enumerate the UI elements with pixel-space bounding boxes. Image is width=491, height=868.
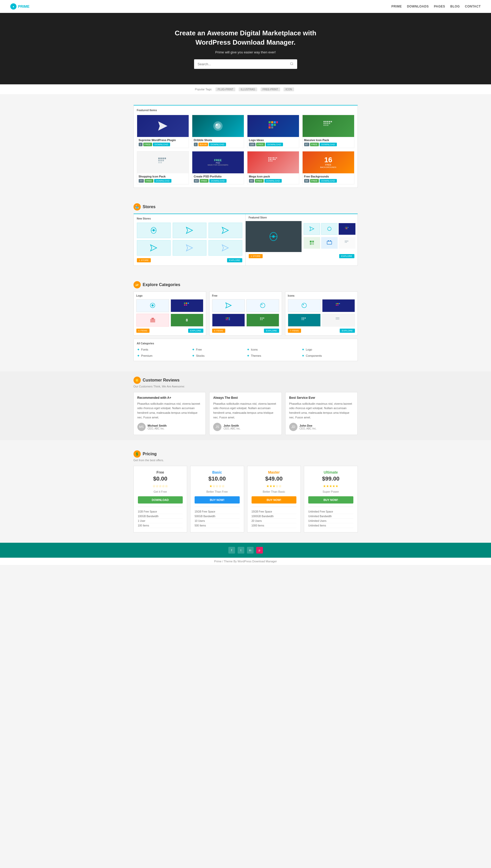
search-input[interactable] (194, 59, 286, 69)
svg-rect-107 (339, 303, 340, 304)
cat-label-logo: Logo (136, 294, 203, 297)
cat-count-free[interactable]: 6 ITEMS (212, 329, 225, 333)
plan-btn-free[interactable]: DOWNLOAD (138, 496, 183, 504)
reviewer-avatar-1: MS (137, 423, 146, 431)
svg-rect-67 (346, 228, 347, 229)
item-download-7[interactable]: DOWNLOAD (264, 179, 282, 183)
cat-count-logo[interactable]: 5 ITEMS (136, 329, 149, 333)
item-download-8[interactable]: DOWNLOAD (320, 179, 337, 183)
item-card-3: Logo Ideas 100 FREE DOWNLOAD (247, 115, 299, 148)
tag-1[interactable]: PLUG-PRINT (215, 87, 235, 91)
featured-store-grid (246, 221, 357, 252)
svg-rect-42 (268, 159, 269, 160)
new-stores-footer: 1 STORE EXPLORE (137, 258, 242, 262)
search-button[interactable] (286, 59, 297, 69)
featured-store-dark (246, 221, 301, 252)
cat-explore-free[interactable]: EXPLORE (264, 329, 279, 333)
all-cat-premium[interactable]: ✦ Premium (137, 354, 190, 358)
new-stores-explore[interactable]: EXPLORE (227, 258, 242, 262)
item-download-6[interactable]: DOWNLOAD (209, 179, 227, 183)
all-cat-icons[interactable]: ✦ Icons (247, 348, 299, 352)
reviewer-3: JD John Doe CEO, ABC Inc. (289, 423, 354, 431)
svg-rect-46 (275, 159, 276, 160)
plan-tagline-basic: Better Than Free (195, 490, 240, 493)
plan-btn-master[interactable]: BUY NOW! (252, 496, 297, 504)
all-cat-stocks[interactable]: ✦ Stocks (192, 354, 244, 358)
plan-feature-master-1: 15GB Free Space (252, 510, 297, 514)
item-download-4[interactable]: DOWNLOAD (320, 143, 337, 146)
plan-btn-ultimate[interactable]: BUY NOW! (308, 496, 353, 504)
cat-thumb-icons-4 (322, 314, 355, 327)
tag-2[interactable]: ILLUSTRAG (239, 87, 257, 91)
review-text-2: Phasellus sollicitudin maximus nisl, viv… (213, 402, 278, 420)
all-cat-label-premium: Premium (141, 354, 152, 357)
svg-rect-84 (187, 303, 189, 304)
stores-count-btn[interactable]: 1 STORE (137, 258, 151, 262)
pricing-icon: 💲 (134, 451, 141, 458)
item-count-2: 1 (194, 143, 198, 146)
fstore-thumb-6 (339, 237, 355, 249)
plan-feature-basic-2: 500GB Bandwidth (195, 514, 240, 519)
all-cat-themes[interactable]: ✦ Themes (247, 354, 299, 358)
tag-4[interactable]: ICON (284, 87, 294, 91)
svg-rect-93 (227, 318, 228, 319)
nav-downloads[interactable]: DOWNLOADS (407, 5, 429, 8)
item-download-5[interactable]: DOWNLOAD (154, 179, 171, 183)
nav-blog[interactable]: BLOG (450, 5, 460, 8)
nav-links: PRIME DOWNLOADS PAGES BLOG CONTACT (391, 5, 481, 8)
svg-rect-120 (339, 319, 339, 320)
footer-linkedin-icon[interactable]: in (247, 547, 254, 553)
plan-stars-free: ☆☆☆☆☆ (138, 484, 183, 488)
item-card-2: Dribble Shots 1 $19.00 DOWNLOAD (192, 115, 244, 148)
svg-rect-23 (329, 123, 330, 124)
svg-rect-110 (301, 318, 302, 319)
cat-explore-icons[interactable]: EXPLORE (340, 329, 355, 333)
plan-name-ultimate: Ultimate (308, 470, 353, 474)
all-cat-free[interactable]: ✦ Free (192, 348, 244, 352)
footer-facebook-icon[interactable]: f (228, 547, 235, 553)
featured-explore-btn[interactable]: EXPLORE (339, 254, 354, 258)
svg-rect-32 (160, 160, 162, 161)
cat-count-icons[interactable]: 7 ITEMS (288, 329, 301, 333)
cat-bullet-icons: ✦ (247, 348, 250, 352)
svg-point-4 (215, 123, 221, 129)
cat-explore-logo[interactable]: EXPLORE (188, 329, 203, 333)
svg-rect-16 (325, 121, 326, 122)
navbar: ● PRIME PRIME DOWNLOADS PAGES BLOG CONTA… (0, 0, 491, 13)
plan-stars-master: ★★★☆☆ (252, 484, 297, 488)
svg-rect-38 (271, 157, 272, 158)
plan-btn-basic[interactable]: BUY NOW! (195, 496, 240, 504)
footer-twitter-icon[interactable]: t (238, 547, 244, 553)
plan-name-master: Master (252, 470, 297, 474)
featured-count-btn[interactable]: 1 STORE (249, 254, 263, 258)
svg-rect-76 (346, 241, 347, 241)
item-title-5: Shopping Icon Pack (137, 173, 189, 179)
item-card-5: Shopping Icon Pack 77 FREE DOWNLOAD (137, 151, 189, 185)
all-cat-logo[interactable]: ✦ Logo (301, 348, 354, 352)
svg-marker-53 (186, 227, 193, 234)
cat-bullet-free: ✦ (192, 348, 195, 352)
cat-thumbs-icons (288, 299, 355, 327)
item-actions-7: 86 FREE DOWNLOAD (248, 179, 299, 184)
svg-rect-44 (271, 159, 272, 160)
item-download-3[interactable]: DOWNLOAD (266, 143, 283, 146)
svg-rect-85 (184, 304, 185, 306)
svg-rect-7 (271, 121, 273, 123)
svg-marker-55 (150, 245, 157, 251)
plan-features-master: 15GB Free Space 1000GB Bandwidth 20 User… (252, 507, 297, 528)
item-thumb-8: 16 FREE BACKGROUNDS (302, 152, 354, 173)
nav-prime[interactable]: PRIME (391, 5, 402, 8)
item-download-1[interactable]: DOWNLOAD (153, 143, 170, 146)
footer-pinterest-icon[interactable]: p (256, 547, 263, 553)
all-cat-fonts[interactable]: ✦ Fonts (137, 348, 190, 352)
item-download-2[interactable]: DOWNLOAD (209, 143, 226, 146)
nav-logo[interactable]: ● PRIME (10, 3, 29, 9)
svg-rect-64 (346, 227, 347, 228)
tag-3[interactable]: FREE-PRINT (261, 87, 280, 91)
nav-contact[interactable]: CONTACT (465, 5, 481, 8)
plan-feature-master-3: 20 Users (252, 519, 297, 523)
all-cat-components[interactable]: ✦ Components (301, 354, 354, 358)
nav-pages[interactable]: PAGES (434, 5, 445, 8)
reviews-section: ⭐ Customer Reviews Our Customers Think, … (0, 372, 491, 440)
reviewer-avatar-2: JS (213, 423, 222, 431)
